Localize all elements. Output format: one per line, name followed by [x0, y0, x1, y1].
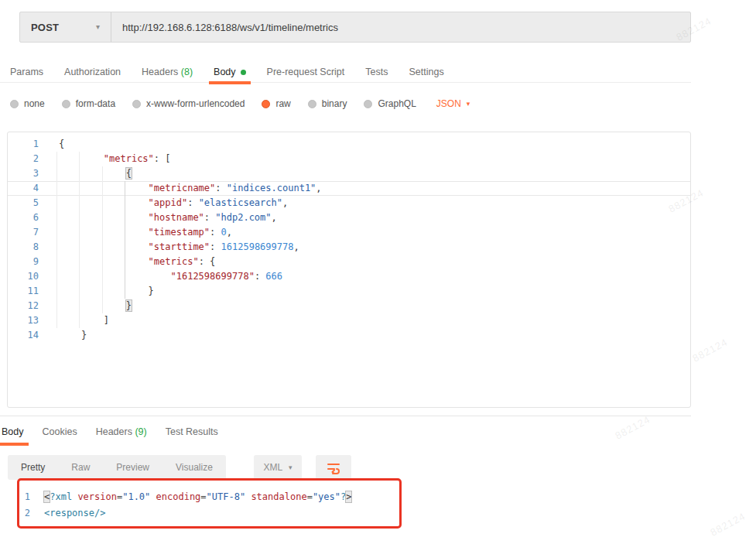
code-text: "metrics": [ [46, 152, 171, 166]
line-number: 3 [8, 166, 46, 181]
watermark-text: 882124 [708, 510, 747, 538]
code-line[interactable]: 5 "appid": "elasticsearch", [8, 196, 690, 210]
code-line[interactable]: 3 { [8, 166, 690, 181]
code-text: <response/> [36, 505, 105, 522]
response-view-group: Pretty Raw Preview Visualize [8, 455, 226, 480]
tab-settings[interactable]: Settings [409, 63, 443, 82]
tab-params[interactable]: Params [10, 63, 43, 82]
code-text: "hostname": "hdp2.com", [46, 210, 277, 225]
body-mode-row: none form-data x-www-form-urlencoded raw… [10, 98, 470, 109]
view-visualize[interactable]: Visualize [162, 455, 226, 480]
method-dropdown[interactable]: POST ▾ [20, 12, 111, 42]
body-modified-dot-icon [241, 70, 246, 75]
radio-icon [308, 100, 316, 108]
chevron-down-icon: ▾ [289, 464, 292, 471]
code-text: "metrics": { [46, 255, 215, 269]
line-number: 1 [8, 137, 46, 152]
indent-guide [125, 181, 125, 299]
postman-window: POST ▾ http://192.168.6.128:6188/ws/v1/t… [0, 0, 756, 544]
code-text: } [46, 328, 87, 343]
code-line[interactable]: 11 } [8, 284, 690, 299]
code-line[interactable]: 1<?xml version="1.0" encoding="UTF-8" st… [7, 489, 471, 505]
chevron-down-icon: ▾ [467, 101, 470, 108]
mode-x-www-form-urlencoded[interactable]: x-www-form-urlencoded [132, 98, 245, 109]
code-text: } [46, 284, 154, 299]
response-tab-cookies[interactable]: Cookies [43, 423, 77, 443]
wrap-lines-icon [325, 459, 342, 476]
headers-count: (8) [181, 67, 193, 77]
code-text: { [46, 166, 132, 181]
mode-graphql[interactable]: GraphQL [364, 98, 416, 109]
request-body-editor[interactable]: 1{2 "metrics": [3 {4 "metricname": "indi… [7, 132, 691, 408]
code-text: <?xml version="1.0" encoding="UTF-8" sta… [36, 489, 351, 505]
line-number: 14 [8, 328, 46, 343]
url-input[interactable]: http://192.168.6.128:6188/ws/v1/timeline… [111, 12, 690, 42]
line-number: 11 [8, 284, 46, 299]
line-number: 7 [8, 225, 46, 240]
code-line[interactable]: 2 "metrics": [ [8, 152, 690, 166]
request-url-bar: POST ▾ http://192.168.6.128:6188/ws/v1/t… [19, 12, 691, 43]
line-number: 4 [8, 181, 46, 196]
response-tab-test-results[interactable]: Test Results [166, 423, 218, 443]
code-line[interactable]: 7 "timestamp": 0, [8, 225, 690, 240]
tab-authorization[interactable]: Authorization [64, 63, 121, 82]
code-text: { [46, 137, 64, 152]
format-label: XML [263, 462, 282, 473]
tab-body[interactable]: Body [214, 63, 246, 82]
view-raw[interactable]: Raw [58, 455, 103, 480]
line-number: 8 [8, 240, 46, 255]
code-text: "metricname": "indices.count1", [46, 181, 322, 196]
language-label: JSON [436, 98, 461, 109]
code-line[interactable]: 14 } [8, 328, 690, 343]
code-line[interactable]: 6 "hostname": "hdp2.com", [8, 210, 690, 225]
url-text: http://192.168.6.128:6188/ws/v1/timeline… [122, 22, 338, 33]
code-line[interactable]: 2<response/> [7, 505, 471, 522]
indent-guide [102, 166, 103, 313]
response-format-dropdown[interactable]: XML ▾ [254, 455, 302, 480]
section-divider [0, 416, 691, 416]
response-tab-body[interactable]: Body [2, 423, 24, 443]
radio-icon [132, 100, 141, 108]
radio-icon [62, 100, 70, 108]
code-line[interactable]: 1{ [8, 137, 690, 152]
mode-raw[interactable]: raw [262, 98, 290, 109]
code-line[interactable]: 12 } [8, 299, 690, 313]
radio-icon [364, 100, 372, 108]
indent-guide [56, 152, 57, 328]
mode-none[interactable]: none [10, 98, 45, 109]
wrap-lines-button[interactable] [316, 455, 351, 480]
code-text: "appid": "elasticsearch", [46, 196, 288, 210]
mode-form-data[interactable]: form-data [62, 98, 115, 109]
response-headers-count: (9) [135, 426, 146, 437]
line-number: 5 [8, 196, 46, 210]
mode-binary[interactable]: binary [308, 98, 347, 109]
code-line[interactable]: 8 "starttime": 1612598699778, [8, 240, 690, 255]
view-pretty[interactable]: Pretty [8, 455, 58, 480]
radio-icon [10, 100, 19, 108]
code-line[interactable]: 13 ] [8, 313, 690, 328]
line-number: 2 [8, 152, 46, 166]
watermark-text: 882124 [613, 413, 652, 441]
response-tabs: Body Cookies Headers (9) Test Results [2, 423, 218, 443]
chevron-down-icon: ▾ [96, 23, 100, 31]
radio-selected-icon [262, 100, 270, 108]
tab-headers[interactable]: Headers (8) [142, 63, 193, 82]
tab-tests[interactable]: Tests [365, 63, 388, 82]
code-text: "1612598699778": 666 [46, 269, 282, 284]
line-number: 6 [8, 210, 46, 225]
code-line[interactable]: 4 "metricname": "indices.count1", [8, 181, 690, 196]
watermark-text: 882124 [690, 336, 730, 364]
response-body-editor[interactable]: 1<?xml version="1.0" encoding="UTF-8" st… [7, 489, 471, 522]
line-number: 9 [8, 255, 46, 269]
tab-prerequest-script[interactable]: Pre-request Script [267, 63, 345, 82]
code-line[interactable]: 10 "1612598699778": 666 [8, 269, 690, 284]
response-tab-headers[interactable]: Headers (9) [96, 423, 147, 443]
code-text: } [46, 299, 132, 313]
code-line[interactable]: 9 "metrics": { [8, 255, 690, 269]
line-number: 12 [8, 299, 46, 313]
language-dropdown[interactable]: JSON ▾ [436, 98, 470, 109]
code-text: "starttime": 1612598699778, [46, 240, 299, 255]
method-label: POST [31, 22, 59, 33]
code-text: "timestamp": 0, [46, 225, 232, 240]
view-preview[interactable]: Preview [103, 455, 162, 480]
